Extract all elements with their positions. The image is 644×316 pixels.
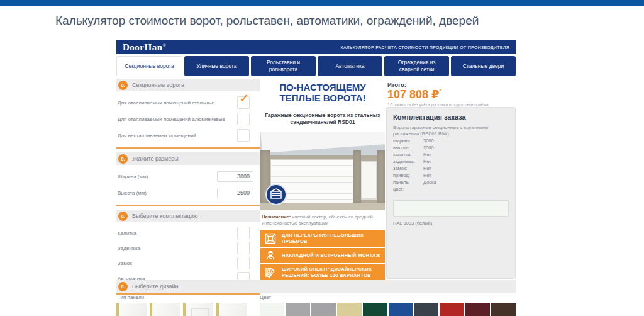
field-label: Высота (мм)	[118, 190, 147, 196]
promo-headline-line2: ТЕПЛЫЕ ВОРОТА!	[260, 93, 385, 104]
field-label: Ширина (мм)	[118, 174, 148, 179]
promo-headline: ПО-НАСТОЯЩЕМУ ТЕПЛЫЕ ВОРОТА!	[260, 82, 385, 103]
spec-value: 3000	[423, 137, 434, 144]
step-number-badge: 0.	[118, 154, 128, 164]
promo-column: ПО-НАСТОЯЩЕМУ ТЕПЛЫЕ ВОРОТА! Гаражные се…	[260, 79, 385, 282]
checkbox-row-unheated: Для неотапливаемых помещений	[116, 127, 260, 144]
color-label: Цвет	[260, 295, 271, 300]
registered-mark: ®	[163, 43, 167, 48]
color-swatch-green[interactable]	[363, 303, 387, 316]
color-swatch-maroon[interactable]	[465, 303, 490, 316]
spec-row-lock: замок:Нет	[393, 165, 509, 172]
spec-value: Нет	[423, 151, 431, 158]
doorhan-logo: DoorHan®	[123, 42, 166, 53]
color-swatch-beige[interactable]	[337, 303, 362, 316]
checkbox-latch[interactable]	[237, 242, 250, 254]
calculator-content: 0. Секционные ворота Для отапливаемых по…	[116, 79, 516, 282]
height-input[interactable]	[217, 188, 253, 198]
panel-type-options	[116, 303, 247, 316]
color-swatch-blue[interactable]	[389, 303, 413, 316]
width-input[interactable]	[217, 171, 253, 182]
tab-mesh-fencing[interactable]: Ограждения из сварной сетки	[384, 56, 449, 76]
feature-text: НАКЛАДНОЙ И ВСТРОЕННЫЙ МОНТАЖ	[282, 252, 380, 259]
photo-pillar	[353, 150, 361, 204]
purpose-text: Назначение: частный сектор, объекты со с…	[260, 214, 385, 227]
checkbox-row-wicket: Калитка	[116, 225, 260, 240]
product-tabs: Секционные ворота Уличные ворота Рольста…	[116, 56, 516, 76]
spec-key: задвижка:	[393, 158, 423, 165]
color-swatch-white[interactable]	[260, 303, 284, 316]
top-blue-bar	[0, 0, 644, 6]
total-label: Итого:	[386, 81, 516, 88]
spec-row-width: ширина:3000	[393, 137, 509, 144]
photo-pillar	[377, 150, 385, 204]
checkbox-label: Калитка	[118, 230, 136, 236]
order-product-name: Ворота гаражные секционные с пружинами р…	[393, 125, 509, 137]
tab-steel-doors[interactable]: Стальные двери	[451, 56, 516, 76]
total-price: 107 808 ₽*	[386, 88, 516, 101]
feature-text: ШИРОКИЙ СПЕКТР ДИЗАЙНЕРСКИХ РЕШЕНИЙ: БОЛ…	[282, 266, 382, 279]
checkbox-heated-steel[interactable]: ✓	[237, 96, 250, 109]
panel-type-thumbnail-4[interactable]	[216, 303, 247, 316]
checkbox-unheated[interactable]	[237, 129, 250, 142]
tab-street-gates[interactable]: Уличные ворота	[184, 56, 249, 76]
color-swatch-brown[interactable]	[491, 303, 516, 316]
checkbox-row-latch: Задвижка	[116, 240, 260, 256]
panel-type-label: Тип панели	[118, 295, 144, 300]
feature-small-openings: ДЛЯ ПЕРЕКРЫТИЯ НЕБОЛЬШИХ ПРОЕМОВ	[260, 230, 385, 247]
color-swatch-grey[interactable]	[311, 303, 336, 316]
spec-value: Нет	[423, 165, 431, 172]
widget-header: DoorHan® КАЛЬКУЛЯТОР РАСЧЕТА СТОИМОСТИ П…	[116, 40, 516, 54]
price-disclaimer: * Стоимость без учёта доставки и подгото…	[386, 103, 516, 107]
checkbox-wicket[interactable]	[237, 227, 250, 239]
checkbox-heated-aluminium[interactable]	[237, 113, 250, 125]
spec-row-height: высота:2500	[393, 144, 509, 151]
calculator-widget: DoorHan® КАЛЬКУЛЯТОР РАСЧЕТА СТОИМОСТИ П…	[116, 40, 516, 282]
panel-type-thumbnail-3[interactable]	[183, 303, 213, 316]
spec-key: привод:	[393, 172, 423, 179]
field-row-width: Ширина (мм)	[116, 168, 260, 184]
checkbox-label: Задвижка	[118, 245, 140, 251]
purpose-label: Назначение:	[262, 214, 291, 220]
color-swatch-grey-light[interactable]	[286, 303, 310, 316]
checkbox-row-lock: Замок	[116, 256, 260, 271]
color-swatch-anthracite[interactable]	[414, 303, 438, 316]
tab-roller-shutters[interactable]: Рольставни и рольворота	[251, 56, 316, 76]
section-title: Выберите дизайн	[132, 283, 179, 290]
feature-design-variants: ШИРОКИЙ СПЕКТР ДИЗАЙНЕРСКИХ РЕШЕНИЙ: БОЛ…	[260, 264, 385, 281]
panel-type-thumbnail-2[interactable]	[150, 303, 180, 316]
design-choices	[116, 303, 516, 316]
spec-value: Нет	[423, 158, 431, 165]
color-swatch-red[interactable]	[440, 303, 464, 316]
spec-key: высота:	[393, 144, 423, 151]
checkbox-label: Для отапливаемых помещений стальные	[118, 100, 214, 106]
tab-sectional-gates[interactable]: Секционные ворота	[116, 56, 182, 76]
selected-color-swatch	[393, 200, 509, 217]
tab-automation[interactable]: Автоматика	[318, 56, 382, 76]
feature-banners: ДЛЯ ПЕРЕКРЫТИЯ НЕБОЛЬШИХ ПРОЕМОВ НАКЛАДН…	[260, 230, 385, 280]
section-title: Выберите комплектацию	[132, 213, 197, 219]
design-options-icon	[263, 267, 278, 278]
summary-column: Итого: 107 808 ₽* * Стоимость без учёта …	[386, 79, 516, 282]
spec-row-wicket: калитка:Нет	[393, 151, 509, 158]
order-summary-box: Комплектация заказа Ворота гаражные секц…	[386, 107, 516, 279]
panel-type-thumbnail-1[interactable]	[116, 303, 147, 316]
checkmark-icon: ✓	[239, 92, 250, 104]
spec-key: панель:	[393, 179, 423, 186]
spec-row-latch: задвижка:Нет	[393, 158, 509, 165]
spec-value: 2500	[423, 144, 434, 151]
checkbox-row-heated-aluminium: Для отапливаемых помещений алюминиевые	[116, 111, 260, 127]
promo-headline-line1: ПО-НАСТОЯЩЕМУ	[260, 82, 385, 93]
spec-value: Нет	[423, 172, 431, 179]
order-title: Комплектация заказа	[393, 113, 509, 121]
page-title: Калькулятор стоимости ворот, рольставен,…	[55, 14, 479, 28]
opening-frame-icon	[263, 233, 278, 244]
section-header-sizes: 0. Укажите размеры	[116, 152, 260, 165]
spec-row-drive: привод:Нет	[393, 172, 509, 179]
header-caption: КАЛЬКУЛЯТОР РАСЧЕТА СТОИМОСТИ ПРОДУКЦИИ …	[341, 45, 509, 50]
section-title: Секционные ворота	[132, 82, 184, 88]
color-options	[260, 303, 516, 316]
checkbox-lock[interactable]	[237, 257, 250, 269]
total-price-asterisk: *	[440, 88, 442, 95]
spec-key: калитка:	[393, 151, 423, 158]
